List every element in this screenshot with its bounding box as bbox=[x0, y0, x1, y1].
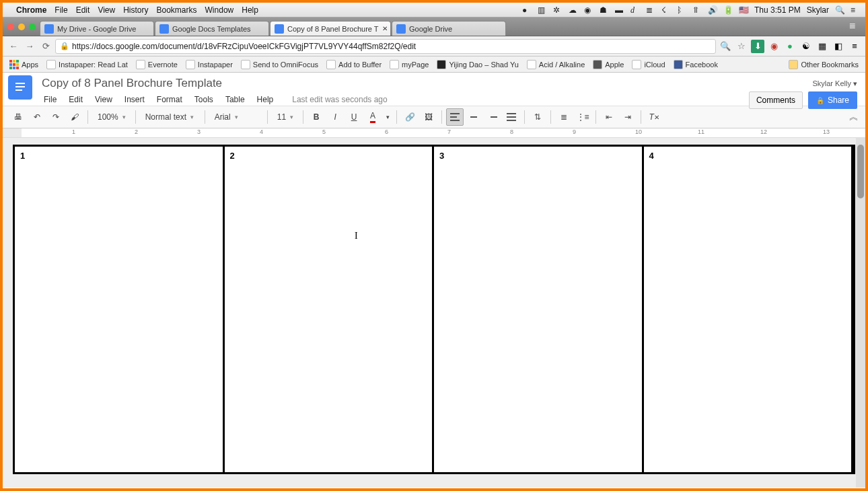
brochure-panel-2[interactable]: 2 bbox=[225, 147, 435, 472]
bookmark-item[interactable]: Instapaper: Read Lat bbox=[44, 60, 131, 69]
menubar-icon[interactable]: ☁ bbox=[569, 5, 578, 15]
zoom-icon[interactable]: 🔍 bbox=[719, 40, 732, 53]
browser-tab[interactable]: My Drive - Google Drive bbox=[40, 21, 154, 36]
extension-icon[interactable]: ◉ bbox=[767, 40, 781, 53]
bookmark-item[interactable]: Acid / Alkaline bbox=[524, 60, 587, 69]
align-justify-button[interactable] bbox=[503, 108, 520, 126]
browser-tab[interactable]: Google Drive bbox=[392, 21, 506, 36]
bookmark-item[interactable]: Send to OmniFocus bbox=[238, 60, 321, 69]
menubar-icon[interactable]: ≣ bbox=[646, 5, 655, 15]
font-size-dropdown[interactable]: 11 bbox=[272, 108, 299, 126]
document-title[interactable]: Copy of 8 Panel Brochure Template bbox=[39, 75, 860, 91]
osx-user[interactable]: Skylar bbox=[807, 5, 829, 15]
align-right-button[interactable] bbox=[484, 108, 501, 126]
bookmark-item[interactable]: myPage bbox=[387, 60, 431, 69]
osx-menu-bookmarks[interactable]: Bookmarks bbox=[157, 5, 197, 15]
underline-button[interactable]: U bbox=[345, 108, 363, 126]
clear-formatting-button[interactable]: T✕ bbox=[645, 108, 663, 126]
scrollbar-thumb[interactable] bbox=[857, 145, 864, 198]
wifi-icon[interactable]: ⥣ bbox=[692, 5, 702, 15]
chrome-menu-icon[interactable]: ≡ bbox=[849, 20, 861, 32]
bookmark-item[interactable]: iCloud bbox=[629, 60, 667, 69]
browser-tab[interactable]: Google Docs Templates bbox=[155, 21, 269, 36]
osx-menu-history[interactable]: History bbox=[123, 5, 148, 15]
spotlight-icon[interactable]: 🔍 bbox=[835, 5, 844, 15]
insert-link-button[interactable]: 🔗 bbox=[401, 108, 419, 126]
align-center-button[interactable] bbox=[465, 108, 482, 126]
docs-menu-view[interactable]: View bbox=[90, 93, 117, 106]
insert-image-button[interactable]: 🖼 bbox=[420, 108, 437, 126]
document-page[interactable]: 1 2 3 4 I bbox=[13, 145, 855, 474]
extension-icon[interactable]: ◧ bbox=[832, 40, 845, 53]
bookmark-item[interactable]: Apple bbox=[590, 60, 626, 69]
extension-icon[interactable]: ☯ bbox=[799, 40, 813, 53]
osx-app-name[interactable]: Chrome bbox=[16, 5, 46, 15]
bookmark-item[interactable]: Evernote bbox=[133, 60, 180, 69]
vertical-scrollbar[interactable] bbox=[856, 138, 865, 488]
battery-icon[interactable]: 🔋 bbox=[723, 5, 733, 15]
share-button[interactable]: Share bbox=[808, 91, 857, 109]
menubar-icon[interactable]: ● bbox=[522, 5, 532, 15]
forward-button[interactable]: → bbox=[23, 40, 36, 53]
account-name[interactable]: Skylar Kelly bbox=[812, 79, 857, 88]
text-color-button[interactable]: A bbox=[364, 108, 382, 126]
osx-menu-window[interactable]: Window bbox=[205, 5, 234, 15]
styles-dropdown[interactable]: Normal text bbox=[140, 108, 201, 126]
osx-menu-file[interactable]: File bbox=[55, 5, 67, 15]
docs-menu-insert[interactable]: Insert bbox=[120, 93, 149, 106]
notifications-icon[interactable]: ≡ bbox=[851, 5, 860, 15]
minimize-window-button[interactable] bbox=[18, 24, 25, 30]
osx-menu-edit[interactable]: Edit bbox=[76, 5, 90, 15]
osx-clock[interactable]: Thu 3:51 PM bbox=[754, 5, 801, 15]
menubar-icon[interactable]: ☗ bbox=[600, 5, 609, 15]
menubar-icon[interactable]: ◉ bbox=[584, 5, 593, 15]
increase-indent-button[interactable]: ⇥ bbox=[619, 108, 637, 126]
extension-icon[interactable]: ▦ bbox=[816, 40, 829, 53]
horizontal-ruler[interactable]: 1 2 3 4 5 6 7 8 9 10 11 12 13 bbox=[3, 128, 865, 138]
brochure-panel-1[interactable]: 1 bbox=[15, 147, 225, 472]
extension-icon[interactable]: ● bbox=[783, 40, 797, 53]
osx-menu-view[interactable]: View bbox=[98, 5, 115, 15]
text-color-dropdown[interactable]: ▾ bbox=[383, 108, 392, 126]
flag-icon[interactable]: 🇺🇸 bbox=[739, 5, 748, 15]
line-spacing-button[interactable]: ⇅ bbox=[529, 108, 546, 126]
menubar-icon[interactable]: ▬ bbox=[615, 5, 624, 15]
undo-button[interactable]: ↶ bbox=[28, 108, 46, 126]
menubar-icon[interactable]: d bbox=[630, 5, 640, 15]
last-edit-status[interactable]: Last edit was seconds ago bbox=[287, 93, 392, 106]
apps-button[interactable]: Apps bbox=[7, 60, 41, 69]
menubar-icon[interactable]: ✲ bbox=[553, 5, 563, 15]
browser-tab-active[interactable]: Copy of 8 Panel Brochure T✕ bbox=[270, 21, 391, 36]
bookmark-star-icon[interactable]: ☆ bbox=[735, 40, 748, 53]
zoom-dropdown[interactable]: 100% bbox=[92, 108, 131, 126]
back-button[interactable]: ← bbox=[7, 40, 20, 53]
bluetooth-icon[interactable]: ᛒ bbox=[677, 5, 686, 15]
extension-icon[interactable]: ⬇ bbox=[751, 40, 764, 53]
bookmark-item[interactable]: Instapaper bbox=[183, 60, 236, 69]
osx-menu-help[interactable]: Help bbox=[242, 5, 258, 15]
brochure-panel-3[interactable]: 3 bbox=[434, 147, 644, 472]
docs-menu-format[interactable]: Format bbox=[152, 93, 187, 106]
docs-logo-icon[interactable] bbox=[8, 75, 32, 100]
italic-button[interactable]: I bbox=[326, 108, 344, 126]
align-left-button[interactable] bbox=[446, 108, 464, 126]
document-canvas[interactable]: 1 2 3 4 I bbox=[3, 138, 865, 488]
volume-icon[interactable]: 🔊 bbox=[708, 5, 717, 15]
docs-menu-edit[interactable]: Edit bbox=[64, 93, 87, 106]
docs-menu-tools[interactable]: Tools bbox=[190, 93, 218, 106]
redo-button[interactable]: ↷ bbox=[47, 108, 65, 126]
decrease-indent-button[interactable]: ⇤ bbox=[600, 108, 618, 126]
reload-button[interactable]: ⟳ bbox=[39, 40, 52, 53]
docs-menu-file[interactable]: File bbox=[39, 93, 61, 106]
numbered-list-button[interactable]: ≣ bbox=[555, 108, 573, 126]
chrome-settings-icon[interactable]: ≡ bbox=[848, 40, 861, 53]
bookmark-item[interactable]: Yijing Dao – Shad Yu bbox=[434, 60, 521, 69]
paint-format-button[interactable]: 🖌 bbox=[66, 108, 83, 126]
brochure-panel-4[interactable]: 4 bbox=[644, 147, 854, 472]
address-bar[interactable]: 🔒 https://docs.google.com/document/d/18v… bbox=[55, 39, 716, 54]
print-button[interactable]: 🖶 bbox=[9, 108, 27, 126]
bookmark-item[interactable]: Add to Buffer bbox=[324, 60, 384, 69]
zoom-window-button[interactable] bbox=[29, 24, 36, 30]
close-tab-icon[interactable]: ✕ bbox=[382, 25, 388, 32]
docs-menu-help[interactable]: Help bbox=[252, 93, 279, 106]
